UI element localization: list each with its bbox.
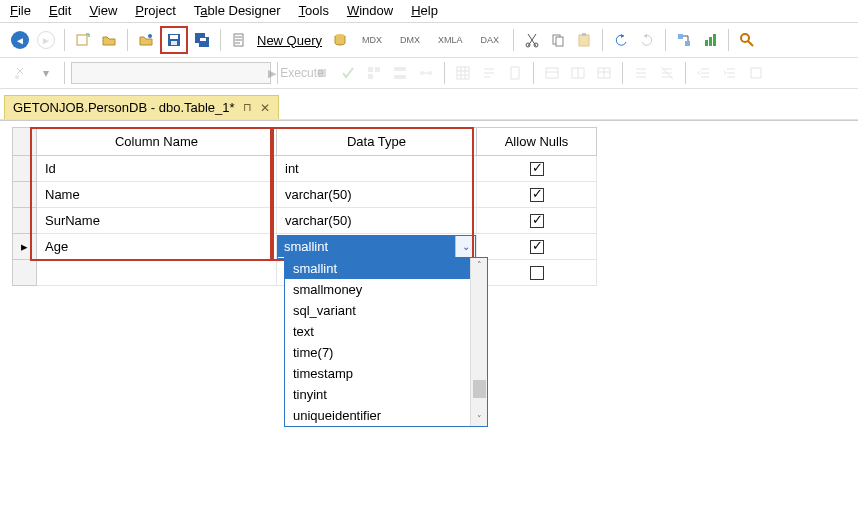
allow-nulls-checkbox[interactable] (530, 214, 544, 228)
results-grid-icon[interactable] (451, 61, 475, 85)
scroll-thumb[interactable] (473, 380, 486, 398)
svg-point-22 (15, 75, 19, 79)
uncomment-button[interactable] (655, 61, 679, 85)
table-row[interactable]: Id int (13, 156, 597, 182)
save-button[interactable] (160, 26, 188, 54)
allow-nulls-checkbox[interactable] (530, 266, 544, 280)
menu-edit[interactable]: Edit (49, 3, 71, 18)
tbl-icon-1[interactable] (540, 61, 564, 85)
execute-button[interactable]: ▶ Execute (284, 61, 308, 85)
dropdown-option[interactable]: time(7) (285, 342, 470, 363)
cell-column-name[interactable]: Name (37, 182, 277, 208)
results-text-icon[interactable] (477, 61, 501, 85)
outdent-button[interactable] (718, 61, 742, 85)
new-query-button[interactable]: New Query (253, 33, 326, 48)
toolbar-main: ◄ ► New Query MDX DMX XMLA DAX (0, 23, 858, 58)
svg-rect-33 (546, 68, 558, 78)
menu-table-designer[interactable]: Table Designer (194, 3, 281, 18)
results-file-icon[interactable] (503, 61, 527, 85)
new-query-file-icon[interactable] (227, 28, 251, 52)
dropdown-option[interactable]: text (285, 321, 470, 342)
dropdown-toggle-button[interactable]: ⌄ (455, 236, 475, 258)
allow-nulls-checkbox[interactable] (530, 240, 544, 254)
cell-data-type-editing[interactable]: smallint ⌄ (277, 234, 477, 260)
menu-project[interactable]: Project (135, 3, 175, 18)
cell-column-name[interactable]: SurName (37, 208, 277, 234)
menu-help[interactable]: Help (411, 3, 438, 18)
allow-nulls-checkbox[interactable] (530, 188, 544, 202)
table-row[interactable]: SurName varchar(50) (13, 208, 597, 234)
dropdown-option[interactable]: uniqueidentifier (285, 405, 470, 426)
database-combo[interactable] (71, 62, 271, 84)
find-button[interactable] (735, 28, 759, 52)
menu-window[interactable]: Window (347, 3, 393, 18)
plan-button-3[interactable] (414, 61, 438, 85)
open-item-button[interactable] (97, 28, 121, 52)
dropdown-scrollbar[interactable]: ˄ ˅ (470, 258, 487, 426)
tbl-icon-3[interactable] (592, 61, 616, 85)
connection-change-icon[interactable] (8, 61, 32, 85)
mdx-button[interactable]: MDX (354, 28, 390, 52)
svg-rect-32 (511, 67, 519, 79)
xmla-button[interactable]: XMLA (430, 28, 471, 52)
scroll-down-icon[interactable]: ˅ (477, 414, 482, 424)
data-type-input[interactable]: smallint (278, 236, 455, 257)
menu-view[interactable]: View (89, 3, 117, 18)
dropdown-option[interactable]: tinyint (285, 384, 470, 405)
cell-data-type[interactable]: varchar(50) (277, 182, 477, 208)
db-query-icon[interactable] (328, 28, 352, 52)
save-all-button[interactable] (190, 28, 214, 52)
copy-button[interactable] (546, 28, 570, 52)
row-indicator-icon: ▸ (13, 234, 37, 260)
cut-button[interactable] (520, 28, 544, 52)
dmx-button[interactable]: DMX (392, 28, 428, 52)
open-solution-button[interactable] (134, 28, 158, 52)
menu-file[interactable]: File (10, 3, 31, 18)
redo-button[interactable] (635, 28, 659, 52)
connection-options-icon[interactable]: ▾ (34, 61, 58, 85)
parse-button[interactable] (336, 61, 360, 85)
table-row[interactable]: Name varchar(50) (13, 182, 597, 208)
plan-button-2[interactable] (388, 61, 412, 85)
svg-rect-24 (368, 67, 373, 72)
play-icon: ▶ (268, 67, 276, 80)
tool-dbdiagram-icon[interactable] (672, 28, 696, 52)
dropdown-option[interactable]: smallint (285, 258, 470, 279)
dax-button[interactable]: DAX (473, 28, 508, 52)
document-tab[interactable]: GETONJOB.PersonDB - dbo.Table_1* ⊓ ✕ (4, 95, 279, 119)
dropdown-option[interactable]: smallmoney (285, 279, 470, 300)
nav-forward-button[interactable]: ► (34, 28, 58, 52)
table-row[interactable]: ▸ Age smallint ⌄ (13, 234, 597, 260)
indent-button[interactable] (692, 61, 716, 85)
allow-nulls-checkbox[interactable] (530, 162, 544, 176)
svg-rect-20 (713, 34, 716, 46)
cell-data-type[interactable]: int (277, 156, 477, 182)
document-tab-bar: GETONJOB.PersonDB - dbo.Table_1* ⊓ ✕ (0, 89, 858, 120)
svg-rect-7 (200, 38, 206, 41)
svg-point-1 (148, 34, 152, 38)
pin-icon[interactable]: ⊓ (243, 101, 252, 114)
header-data-type: Data Type (277, 128, 477, 156)
cell-data-type[interactable]: varchar(50) (277, 208, 477, 234)
close-icon[interactable]: ✕ (260, 101, 270, 115)
nav-back-button[interactable]: ◄ (8, 28, 32, 52)
cell-column-name[interactable] (37, 260, 277, 286)
comment-button[interactable] (629, 61, 653, 85)
menu-tools[interactable]: Tools (299, 3, 329, 18)
data-type-dropdown[interactable]: smallint smallmoney sql_variant text tim… (284, 257, 488, 427)
new-item-button[interactable] (71, 28, 95, 52)
plan-button-1[interactable] (362, 61, 386, 85)
paste-button[interactable] (572, 28, 596, 52)
dropdown-option[interactable]: timestamp (285, 363, 470, 384)
undo-button[interactable] (609, 28, 633, 52)
svg-point-30 (428, 71, 432, 75)
tbl-icon-2[interactable] (566, 61, 590, 85)
cell-column-name[interactable]: Id (37, 156, 277, 182)
stop-button[interactable] (310, 61, 334, 85)
misc-icon[interactable] (744, 61, 768, 85)
dropdown-option[interactable]: sql_variant (285, 300, 470, 321)
svg-point-10 (526, 43, 530, 47)
cell-column-name[interactable]: Age (37, 234, 277, 260)
tool-activity-icon[interactable] (698, 28, 722, 52)
scroll-up-icon[interactable]: ˄ (477, 260, 482, 270)
